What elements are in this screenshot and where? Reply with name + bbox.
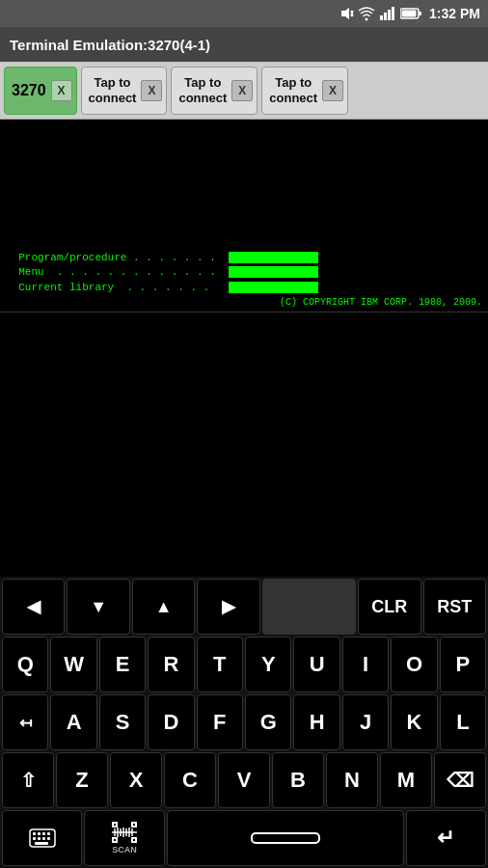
key-n[interactable]: N <box>326 752 378 808</box>
tab-connect-1[interactable]: Tap toconnect X <box>81 67 168 115</box>
svg-rect-22 <box>132 823 136 827</box>
svg-rect-5 <box>384 13 387 20</box>
title-bar: Terminal Emulation:3270(4-1) <box>0 27 488 62</box>
keyboard-row-zxcv: ⇧ Z X C V B N M ⌫ <box>2 752 486 808</box>
svg-rect-23 <box>113 838 117 842</box>
key-l[interactable]: L <box>440 694 486 750</box>
key-enter[interactable]: ↵ <box>406 810 486 866</box>
svg-rect-21 <box>113 823 117 827</box>
tab-connect-3-label: Tap toconnect <box>266 75 320 105</box>
svg-rect-10 <box>402 11 417 17</box>
key-m[interactable]: M <box>380 752 432 808</box>
svg-rect-4 <box>380 15 383 20</box>
tab-connect-1-label: Tap toconnect <box>86 75 140 105</box>
svg-rect-17 <box>38 837 41 840</box>
key-y[interactable]: Y <box>245 637 291 692</box>
terminal-line-1: Program/procedure . . . . . . . <box>6 251 482 265</box>
svg-point-3 <box>366 18 368 21</box>
tab-bar: 3270 X Tap toconnect X Tap toconnect X T… <box>0 62 488 120</box>
key-r[interactable]: R <box>148 637 194 692</box>
key-tab[interactable]: ↤ <box>2 694 48 750</box>
key-space[interactable] <box>167 810 404 866</box>
svg-rect-24 <box>132 838 136 842</box>
tab-3270-label: 3270 <box>9 81 49 99</box>
tab-connect-3[interactable]: Tap toconnect X <box>261 67 348 115</box>
status-icons: 1:32 PM <box>339 6 480 21</box>
app-title: Terminal Emulation:3270(4-1) <box>10 37 210 53</box>
key-left[interactable]: ◀ <box>2 579 65 635</box>
scan-label: SCAN <box>112 845 137 854</box>
keyboard: ◀ ▼ ▲ ▶ CLR RST Q W E R T Y U I O P ↤ A … <box>0 577 488 868</box>
key-backspace[interactable]: ⌫ <box>434 752 486 808</box>
key-z[interactable]: Z <box>56 752 108 808</box>
key-s[interactable]: S <box>99 694 146 750</box>
tab-connect-1-close[interactable]: X <box>141 80 162 101</box>
signal-icon <box>379 6 396 21</box>
key-q[interactable]: Q <box>2 637 48 692</box>
key-keyboard-toggle[interactable] <box>2 810 82 866</box>
spacebar-icon <box>247 830 324 846</box>
svg-rect-16 <box>33 837 36 840</box>
keyboard-row-bottom: SCAN ↵ <box>2 810 486 866</box>
wifi-icon <box>358 6 375 21</box>
key-w[interactable]: W <box>50 637 96 692</box>
key-clr[interactable]: CLR <box>358 579 420 635</box>
keyboard-row-qwerty: Q W E R T Y U I O P <box>2 637 486 692</box>
mute-icon <box>339 6 354 21</box>
key-i[interactable]: I <box>342 637 389 692</box>
key-p[interactable]: P <box>440 637 486 692</box>
keyboard-icon <box>29 828 56 848</box>
key-up[interactable]: ▲ <box>132 579 195 635</box>
key-f[interactable]: F <box>197 694 243 750</box>
status-bar: 1:32 PM <box>0 0 488 27</box>
svg-rect-9 <box>419 12 421 15</box>
key-j[interactable]: J <box>342 694 389 750</box>
mid-spacer <box>0 312 488 577</box>
key-o[interactable]: O <box>391 637 437 692</box>
key-scan[interactable]: SCAN <box>84 810 164 866</box>
scan-icon <box>112 822 137 843</box>
svg-rect-33 <box>252 833 319 843</box>
tab-connect-2-label: Tap toconnect <box>176 75 230 105</box>
svg-rect-13 <box>38 832 41 835</box>
key-h[interactable]: H <box>293 694 339 750</box>
key-e[interactable]: E <box>99 637 146 692</box>
key-x[interactable]: X <box>110 752 162 808</box>
svg-marker-0 <box>341 8 349 19</box>
battery-icon <box>400 7 421 20</box>
tab-3270-close[interactable]: X <box>51 80 72 101</box>
tab-connect-2-close[interactable]: X <box>231 80 253 101</box>
key-c[interactable]: C <box>164 752 216 808</box>
key-shift[interactable]: ⇧ <box>2 752 54 808</box>
svg-rect-12 <box>33 832 36 835</box>
tab-3270[interactable]: 3270 X <box>4 67 77 115</box>
key-v[interactable]: V <box>218 752 270 808</box>
key-down[interactable]: ▼ <box>67 579 129 635</box>
clock: 1:32 PM <box>429 6 480 21</box>
key-b[interactable]: B <box>272 752 324 808</box>
key-rst[interactable]: RST <box>423 579 486 635</box>
terminal-copyright: (C) COPYRIGHT IBM CORP. 1980, 2009. <box>6 297 482 308</box>
tab-connect-2[interactable]: Tap toconnect X <box>171 67 258 115</box>
svg-rect-18 <box>42 837 45 840</box>
terminal-line-2: Menu . . . . . . . . . . . . . <box>6 265 482 280</box>
terminal-screen: Program/procedure . . . . . . . Menu . .… <box>0 120 488 312</box>
key-k[interactable]: K <box>391 694 437 750</box>
keyboard-row-nav: ◀ ▼ ▲ ▶ CLR RST <box>2 579 486 635</box>
key-blank <box>262 579 356 635</box>
terminal-line-3: Current library . . . . . . . <box>6 281 482 295</box>
svg-rect-6 <box>388 10 391 20</box>
svg-rect-14 <box>42 832 45 835</box>
key-t[interactable]: T <box>197 637 243 692</box>
svg-rect-15 <box>47 832 50 835</box>
keyboard-row-asdf: ↤ A S D F G H J K L <box>2 694 486 750</box>
key-u[interactable]: U <box>293 637 339 692</box>
tab-connect-3-close[interactable]: X <box>322 80 343 101</box>
svg-rect-20 <box>35 842 48 845</box>
key-d[interactable]: D <box>148 694 194 750</box>
svg-rect-7 <box>392 7 394 20</box>
key-a[interactable]: A <box>50 694 96 750</box>
svg-rect-19 <box>47 837 50 840</box>
key-right[interactable]: ▶ <box>197 579 259 635</box>
key-g[interactable]: G <box>245 694 291 750</box>
